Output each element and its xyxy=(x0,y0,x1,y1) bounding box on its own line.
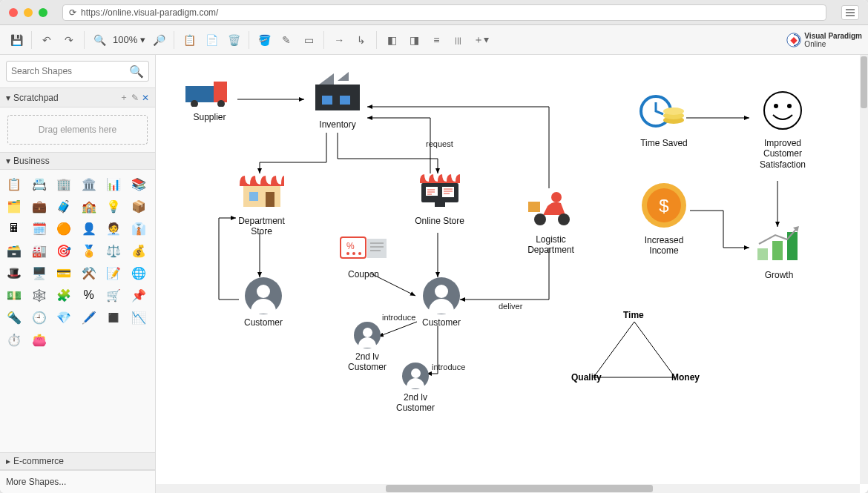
search-icon[interactable]: 🔍 xyxy=(129,64,144,79)
canvas[interactable]: request deliver introduce introduce Supp… xyxy=(156,55,868,493)
palette-shape[interactable]: ◼️ xyxy=(104,308,123,327)
distribute-button[interactable]: ⫼ xyxy=(448,30,469,50)
reload-icon[interactable]: ⟳ xyxy=(69,7,76,18)
palette-shape[interactable]: 🗓️ xyxy=(30,219,49,238)
palette-shape[interactable]: 🏢 xyxy=(54,174,73,193)
node-growth[interactable]: Growth xyxy=(749,222,809,280)
node-supplier[interactable]: Supplier xyxy=(178,77,241,122)
align-button[interactable]: ≡ xyxy=(426,30,447,50)
ecommerce-section[interactable]: ▸E-commerce xyxy=(0,452,155,470)
search-shapes-input[interactable]: 🔍 xyxy=(6,61,149,82)
node-improved[interactable]: Improved Customer Satisfaction xyxy=(749,88,816,170)
palette-shape[interactable]: 💎 xyxy=(54,308,73,327)
palette-shape[interactable]: 🏅 xyxy=(79,241,99,260)
palette-shape[interactable]: 🖊️ xyxy=(79,308,99,327)
palette-shape[interactable]: 📝 xyxy=(104,263,123,282)
palette-shape[interactable]: 💳 xyxy=(54,263,73,282)
connector-waypoint-button[interactable]: ↳ xyxy=(351,30,372,50)
palette-shape[interactable]: 📦 xyxy=(129,196,148,216)
palette-shape[interactable]: 🛒 xyxy=(104,285,123,305)
node-online-store[interactable]: Online Store xyxy=(408,170,471,226)
paste-button[interactable]: 📄 xyxy=(201,30,222,50)
scratchpad-dropzone[interactable]: Drag elements here xyxy=(7,115,148,145)
node-time-saved[interactable]: Time Saved xyxy=(631,92,697,148)
add-button[interactable]: ＋▾ xyxy=(470,30,491,50)
palette-shape[interactable]: 🎯 xyxy=(54,241,73,260)
zoom-level[interactable]: 100% xyxy=(113,34,137,45)
node-increased[interactable]: $ Increased Income xyxy=(631,181,697,257)
palette-shape[interactable]: 🖩 xyxy=(4,219,24,238)
maximize-window-button[interactable] xyxy=(39,8,47,17)
palette-shape[interactable]: 💡 xyxy=(104,196,123,216)
menu-button[interactable] xyxy=(841,5,859,20)
node-coupon[interactable]: % Coupon xyxy=(334,233,393,279)
node-customer-2[interactable]: Customer xyxy=(415,277,467,328)
to-front-button[interactable]: ◧ xyxy=(381,30,402,50)
palette-shape[interactable]: 💵 xyxy=(4,285,24,305)
redo-button[interactable]: ↷ xyxy=(59,30,79,50)
palette-shape[interactable]: 👔 xyxy=(129,219,148,238)
edit-icon[interactable]: ✎ xyxy=(131,93,139,103)
palette-shape[interactable]: 📋 xyxy=(4,174,24,193)
zoom-in-button[interactable]: 🔎 xyxy=(148,30,169,50)
palette-shape[interactable]: 🏛️ xyxy=(79,174,99,193)
connector-straight-button[interactable]: → xyxy=(329,30,349,50)
close-window-button[interactable] xyxy=(9,8,18,17)
palette-shape[interactable]: ⏱️ xyxy=(4,330,24,349)
palette-shape[interactable]: 💰 xyxy=(129,241,148,260)
palette-shape[interactable]: 🖥️ xyxy=(30,263,49,282)
node-customer-1[interactable]: Customer xyxy=(237,277,289,328)
palette-shape[interactable]: 📇 xyxy=(30,174,49,193)
close-icon[interactable]: ✕ xyxy=(142,93,149,103)
palette-shape[interactable]: ⚒️ xyxy=(79,263,99,282)
palette-shape[interactable]: 📊 xyxy=(104,174,123,193)
palette-shape[interactable]: 🎩 xyxy=(4,263,24,282)
zoom-out-button[interactable]: 🔍 xyxy=(89,30,110,50)
node-inventory[interactable]: Inventory xyxy=(304,70,371,130)
node-logistic[interactable]: Logistic Department xyxy=(519,188,582,256)
add-icon[interactable]: ＋ xyxy=(119,91,128,104)
minimize-window-button[interactable] xyxy=(24,8,33,17)
palette-shape[interactable]: 🗃️ xyxy=(4,241,24,260)
undo-button[interactable]: ↶ xyxy=(36,30,57,50)
palette-shape[interactable]: 🧳 xyxy=(54,196,73,216)
save-button[interactable]: 💾 xyxy=(6,30,27,50)
svg-rect-15 xyxy=(435,202,445,207)
palette-shape[interactable]: 🟠 xyxy=(54,219,73,238)
node-2nd-customer-2[interactable]: 2nd lv Customer xyxy=(393,363,438,414)
node-2nd-customer-1[interactable]: 2nd lv Customer xyxy=(345,322,389,373)
palette-shape[interactable]: 🧩 xyxy=(54,285,73,305)
delete-button[interactable]: 🗑️ xyxy=(223,30,244,50)
fill-color-button[interactable]: 🪣 xyxy=(254,30,274,50)
palette-shape[interactable]: 🔦 xyxy=(4,308,24,327)
palette-shape[interactable]: 👛 xyxy=(30,330,49,349)
shadow-button[interactable]: ▭ xyxy=(298,30,319,50)
palette-shape[interactable]: 📉 xyxy=(129,308,148,327)
more-shapes-button[interactable]: More Shapes... xyxy=(0,470,155,493)
palette-shape[interactable]: 💼 xyxy=(30,196,49,216)
palette-shape[interactable]: 📚 xyxy=(129,174,148,193)
palette-shape[interactable]: 🌐 xyxy=(129,263,148,282)
address-bar[interactable]: ⟳ https://online.visual-paradigm.com/ xyxy=(62,4,826,21)
scratchpad-section[interactable]: ▾Scratchpad ＋ ✎ ✕ xyxy=(0,87,155,107)
copy-button[interactable]: 📋 xyxy=(179,30,200,50)
business-section[interactable]: ▾Business xyxy=(0,152,155,170)
to-back-button[interactable]: ◨ xyxy=(404,30,424,50)
svg-point-31 xyxy=(774,104,778,108)
horizontal-scrollbar[interactable] xyxy=(156,484,860,493)
palette-shape[interactable]: 🕸️ xyxy=(30,285,49,305)
palette-shape[interactable]: 🗂️ xyxy=(4,196,24,216)
palette-shape[interactable]: 📌 xyxy=(129,285,148,305)
svg-point-20 xyxy=(358,252,361,255)
palette-shape[interactable]: ⚖️ xyxy=(104,241,123,260)
palette-shape[interactable]: 🕘 xyxy=(30,308,49,327)
palette-shape[interactable]: 👤 xyxy=(79,219,99,238)
line-color-button[interactable]: ✎ xyxy=(276,30,297,50)
palette-shape[interactable]: 🏭 xyxy=(30,241,49,260)
vertical-scrollbar[interactable] xyxy=(860,55,868,484)
palette-shape[interactable]: 🧑‍💼 xyxy=(104,219,123,238)
node-dept-store[interactable]: Department Store xyxy=(230,170,293,237)
triangle-left: Quality xyxy=(571,372,602,383)
palette-shape[interactable]: % xyxy=(79,285,99,305)
palette-shape[interactable]: 🏫 xyxy=(79,196,99,216)
